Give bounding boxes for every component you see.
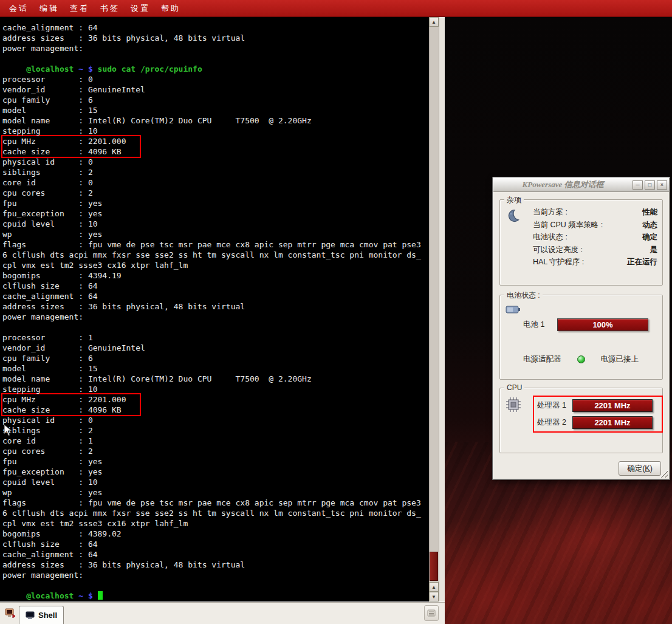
ok-button[interactable]: 确定(K) <box>619 461 661 476</box>
adapter-led-icon <box>577 355 585 363</box>
dialog-button-row: 确定(K) <box>493 461 661 476</box>
cpu-row-2: 处理器 2 2201 MHz <box>537 416 659 429</box>
session-tabbar: Shell <box>0 602 445 624</box>
misc-row-brightness: 可以设定亮度 : 是 <box>533 245 657 255</box>
battery-icon <box>506 304 521 317</box>
menu-edit[interactable]: 编辑 <box>34 3 64 14</box>
scroll-down-icon[interactable]: ▼ <box>429 592 439 602</box>
misc-value: 确定 <box>642 232 657 242</box>
annotation-highlight-box: cpu MHz : 2201.000cache size : 4096 KB <box>1 135 141 158</box>
terminal-line: cpu cores : 2 <box>2 446 427 456</box>
terminal-line: cpl vmx est tm2 ssse3 cx16 xtpr lahf_lm <box>2 260 427 270</box>
terminal-line: model : 15 <box>2 363 427 374</box>
terminal-line: processor : 0 <box>2 74 427 84</box>
terminal-line: wp : yes <box>2 229 427 239</box>
terminal-line: siblings : 2 <box>2 425 427 436</box>
terminal-line: flags : fpu vme de pse tsc msr pae mce c… <box>2 239 427 250</box>
session-list-icon <box>427 609 436 617</box>
minimize-icon[interactable]: ─ <box>633 180 643 190</box>
maximize-icon[interactable]: □ <box>645 180 655 190</box>
new-session-button[interactable] <box>2 604 18 622</box>
scrollbar-thumb[interactable] <box>430 552 438 581</box>
battery-progress-bar: 100% <box>557 318 648 331</box>
adapter-row: 电源适配器 电源已接上 <box>523 354 657 365</box>
adapter-status: 电源已接上 <box>601 354 639 365</box>
tab-shell[interactable]: Shell <box>19 606 64 624</box>
terminal-line: clflush size : 64 <box>2 281 427 291</box>
terminal-line: cpu family : 6 <box>2 95 427 105</box>
terminal-output: cache_alignment : 64address sizes : 36 b… <box>2 22 427 601</box>
terminal-view[interactable]: cache_alignment : 64address sizes : 36 b… <box>0 17 445 602</box>
new-session-icon <box>5 608 16 619</box>
shell-session-icon <box>26 611 35 620</box>
terminal-line: cache_alignment : 64 <box>2 22 427 33</box>
terminal-line: power management: <box>2 570 427 580</box>
battery-label: 电池 1 <box>523 320 550 330</box>
terminal-line: cpu family : 6 <box>2 353 427 363</box>
misc-groupbox: 杂项 当前方案 : 性能 当前 CPU 频率策略 : 动态 电池状态 : 确定 … <box>499 199 663 286</box>
terminal-line: processor : 1 <box>2 332 427 343</box>
terminal-line: cache_alignment : 64 <box>2 549 427 560</box>
terminal-line: power management: <box>2 312 427 322</box>
terminal-line: stepping : 10 <box>2 384 427 394</box>
menu-settings[interactable]: 设置 <box>125 3 156 14</box>
mouse-cursor-icon <box>4 424 12 439</box>
terminal-line: fpu_exception : yes <box>2 467 427 477</box>
kpowersave-moon-icon <box>506 208 520 225</box>
terminal-line: cpu cores : 2 <box>2 188 427 198</box>
terminal-line: bogomips : 4389.02 <box>2 529 427 539</box>
terminal-line: core id : 0 <box>2 177 427 188</box>
terminal-line: cpl vmx est tm2 ssse3 cx16 xtpr lahf_lm <box>2 518 427 529</box>
terminal-line <box>2 580 427 591</box>
dialog-titlebar[interactable]: KPowersave 信息对话框 ─ □ × <box>493 178 669 192</box>
misc-rows: 当前方案 : 性能 当前 CPU 频率策略 : 动态 电池状态 : 确定 可以设… <box>533 207 657 267</box>
adapter-label: 电源适配器 <box>523 354 561 365</box>
terminal-line: cpuid level : 10 <box>2 219 427 229</box>
terminal-line: fpu : yes <box>2 456 427 467</box>
menu-help[interactable]: 帮助 <box>156 3 186 14</box>
cpu-label: 处理器 1 <box>537 400 572 411</box>
terminal-line: model name : Intel(R) Core(TM)2 Duo CPU … <box>2 115 427 126</box>
terminal-line: address sizes : 36 bits physical, 48 bit… <box>2 560 427 570</box>
misc-label: 可以设定亮度 : <box>533 245 583 255</box>
cpu-freq-bar: 2201 MHz <box>572 399 653 412</box>
menu-bookmarks[interactable]: 书签 <box>95 3 125 14</box>
tab-shell-label: Shell <box>38 611 57 620</box>
terminal-line: physical id : 0 <box>2 157 427 167</box>
menu-session[interactable]: 会话 <box>4 3 34 14</box>
kpowersave-dialog: KPowersave 信息对话框 ─ □ × 杂项 当前方案 : 性能 当前 C… <box>492 177 670 480</box>
terminal-line: cpu MHz : 2201.000 <box>2 136 140 146</box>
terminal-line: 6 clflush dts acpi mmx fxsr sse sse2 ss … <box>2 508 427 518</box>
session-list-button[interactable] <box>424 605 439 621</box>
scroll-up-icon[interactable]: ▲ <box>429 582 439 592</box>
terminal-line: cache size : 4096 KB <box>2 146 140 157</box>
terminal-line: address sizes : 36 bits physical, 48 bit… <box>2 301 427 312</box>
dialog-title: KPowersave 信息对话框 <box>495 179 631 190</box>
terminal-line: cache size : 4096 KB <box>2 405 140 415</box>
terminal-line: siblings : 2 <box>2 167 427 177</box>
terminal-line: address sizes : 36 bits physical, 48 bit… <box>2 33 427 43</box>
cpu-row-1: 处理器 1 2201 MHz <box>537 399 659 412</box>
misc-value: 性能 <box>642 207 657 218</box>
terminal-line: core id : 1 <box>2 436 427 446</box>
window-border <box>439 17 445 602</box>
terminal-line: 6 clflush dts acpi mmx fxsr sse sse2 ss … <box>2 250 427 260</box>
terminal-line: stepping : 10 <box>2 126 427 136</box>
misc-row-scheme: 当前方案 : 性能 <box>533 207 657 218</box>
terminal-scrollbar[interactable]: ▲ ▲ ▼ <box>429 17 439 602</box>
terminal-line: model : 15 <box>2 105 427 115</box>
close-icon[interactable]: × <box>657 180 667 190</box>
misc-value: 动态 <box>642 220 657 230</box>
misc-legend: 杂项 <box>504 195 524 205</box>
scroll-up-icon[interactable]: ▲ <box>429 17 439 27</box>
terminal-line <box>2 322 427 332</box>
battery-groupbox: 电池状态 : 电池 1 100% 电源适配器 电源已接上 <box>499 295 663 380</box>
misc-value: 正在运行 <box>627 257 657 267</box>
menu-view[interactable]: 查看 <box>64 3 95 14</box>
annotation-highlight-box: cpu MHz : 2201.000cache size : 4096 KB <box>1 393 141 416</box>
terminal-line: @localhost ~ $ sudo cat /proc/cpuinfo <box>2 64 427 74</box>
ok-accel-key: K <box>645 464 650 473</box>
terminal-line <box>2 53 427 64</box>
ok-label: ) <box>650 464 653 473</box>
terminal-line: cpu MHz : 2201.000 <box>2 394 140 405</box>
